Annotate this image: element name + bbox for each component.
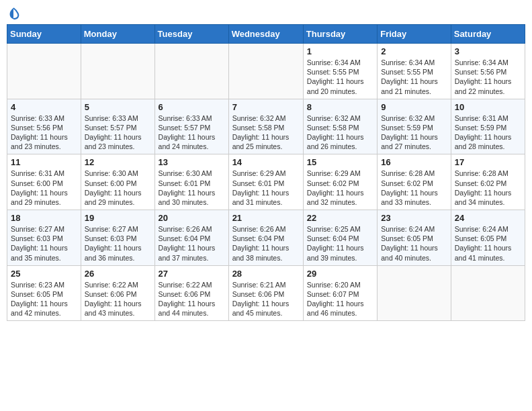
day-cell: 22Sunrise: 6:25 AM Sunset: 6:04 PM Dayli… [303,210,377,266]
day-cell: 12Sunrise: 6:30 AM Sunset: 6:00 PM Dayli… [81,154,154,210]
day-info: Sunrise: 6:20 AM Sunset: 6:07 PM Dayligh… [307,280,373,318]
day-number: 29 [307,269,373,279]
day-number: 18 [11,213,77,223]
day-number: 25 [11,269,77,279]
day-info: Sunrise: 6:28 AM Sunset: 6:02 PM Dayligh… [381,169,447,207]
day-number: 27 [159,269,225,279]
day-header-saturday: Saturday [451,25,525,44]
day-number: 7 [232,102,300,112]
day-info: Sunrise: 6:22 AM Sunset: 6:06 PM Dayligh… [159,280,225,318]
day-info: Sunrise: 6:27 AM Sunset: 6:03 PM Dayligh… [11,224,77,263]
day-number: 13 [159,157,225,167]
day-header-friday: Friday [378,25,451,44]
day-cell: 24Sunrise: 6:24 AM Sunset: 6:05 PM Dayli… [451,210,525,266]
day-info: Sunrise: 6:32 AM Sunset: 5:58 PM Dayligh… [232,113,300,152]
week-row-2: 11Sunrise: 6:31 AM Sunset: 6:00 PM Dayli… [7,154,525,210]
day-header-monday: Monday [81,25,154,44]
day-cell: 16Sunrise: 6:28 AM Sunset: 6:02 PM Dayli… [378,154,451,210]
day-cell: 23Sunrise: 6:24 AM Sunset: 6:05 PM Dayli… [378,210,451,266]
day-info: Sunrise: 6:23 AM Sunset: 6:05 PM Dayligh… [11,280,77,318]
day-number: 24 [455,213,521,223]
day-cell: 2Sunrise: 6:34 AM Sunset: 5:55 PM Daylig… [378,44,451,99]
week-row-3: 18Sunrise: 6:27 AM Sunset: 6:03 PM Dayli… [7,210,525,266]
calendar: SundayMondayTuesdayWednesdayThursdayFrid… [7,24,525,321]
day-info: Sunrise: 6:30 AM Sunset: 6:00 PM Dayligh… [85,169,151,207]
day-info: Sunrise: 6:30 AM Sunset: 6:01 PM Dayligh… [159,169,225,207]
day-info: Sunrise: 6:26 AM Sunset: 6:04 PM Dayligh… [232,224,300,263]
day-number: 11 [11,157,77,167]
day-cell: 3Sunrise: 6:34 AM Sunset: 5:56 PM Daylig… [451,44,525,99]
day-cell: 5Sunrise: 6:33 AM Sunset: 5:57 PM Daylig… [81,99,154,154]
day-info: Sunrise: 6:22 AM Sunset: 6:06 PM Dayligh… [85,280,151,318]
day-number: 8 [307,102,373,112]
day-number: 1 [307,46,373,56]
day-info: Sunrise: 6:24 AM Sunset: 6:05 PM Dayligh… [381,224,447,263]
day-info: Sunrise: 6:24 AM Sunset: 6:05 PM Dayligh… [455,224,521,263]
day-cell: 11Sunrise: 6:31 AM Sunset: 6:00 PM Dayli… [7,154,81,210]
day-info: Sunrise: 6:25 AM Sunset: 6:04 PM Dayligh… [307,224,373,263]
day-number: 15 [307,157,373,167]
day-cell: 26Sunrise: 6:22 AM Sunset: 6:06 PM Dayli… [81,265,154,321]
day-number: 22 [307,213,373,223]
day-cell: 13Sunrise: 6:30 AM Sunset: 6:01 PM Dayli… [154,154,228,210]
day-number: 10 [455,102,521,112]
day-header-tuesday: Tuesday [154,25,228,44]
day-cell: 17Sunrise: 6:28 AM Sunset: 6:02 PM Dayli… [451,154,525,210]
day-cell: 29Sunrise: 6:20 AM Sunset: 6:07 PM Dayli… [303,265,377,321]
day-info: Sunrise: 6:29 AM Sunset: 6:01 PM Dayligh… [232,169,300,207]
day-number: 2 [381,46,447,56]
day-info: Sunrise: 6:33 AM Sunset: 5:57 PM Dayligh… [159,113,225,152]
day-cell: 1Sunrise: 6:34 AM Sunset: 5:55 PM Daylig… [303,44,377,99]
day-header-thursday: Thursday [303,25,377,44]
day-cell: 19Sunrise: 6:27 AM Sunset: 6:03 PM Dayli… [81,210,154,266]
day-info: Sunrise: 6:31 AM Sunset: 5:59 PM Dayligh… [455,113,521,152]
day-info: Sunrise: 6:29 AM Sunset: 6:02 PM Dayligh… [307,169,373,207]
day-number: 6 [159,102,225,112]
day-number: 20 [159,213,225,223]
day-info: Sunrise: 6:33 AM Sunset: 5:56 PM Dayligh… [11,113,77,152]
day-header-wednesday: Wednesday [228,25,303,44]
day-cell: 9Sunrise: 6:32 AM Sunset: 5:59 PM Daylig… [378,99,451,154]
day-cell [154,44,228,99]
day-cell: 28Sunrise: 6:21 AM Sunset: 6:06 PM Dayli… [228,265,303,321]
day-info: Sunrise: 6:26 AM Sunset: 6:04 PM Dayligh… [159,224,225,263]
logo-icon [7,7,20,20]
day-cell [81,44,154,99]
day-number: 28 [232,269,300,279]
day-cell: 14Sunrise: 6:29 AM Sunset: 6:01 PM Dayli… [228,154,303,210]
day-cell: 20Sunrise: 6:26 AM Sunset: 6:04 PM Dayli… [154,210,228,266]
week-row-1: 4Sunrise: 6:33 AM Sunset: 5:56 PM Daylig… [7,99,525,154]
day-cell [7,44,81,99]
day-cell: 10Sunrise: 6:31 AM Sunset: 5:59 PM Dayli… [451,99,525,154]
day-info: Sunrise: 6:32 AM Sunset: 5:58 PM Dayligh… [307,113,373,152]
week-row-0: 1Sunrise: 6:34 AM Sunset: 5:55 PM Daylig… [7,44,525,99]
day-cell: 25Sunrise: 6:23 AM Sunset: 6:05 PM Dayli… [7,265,81,321]
day-number: 26 [85,269,151,279]
day-number: 3 [455,46,521,56]
day-number: 19 [85,213,151,223]
logo [7,7,23,20]
day-number: 17 [455,157,521,167]
day-cell: 18Sunrise: 6:27 AM Sunset: 6:03 PM Dayli… [7,210,81,266]
day-number: 23 [381,213,447,223]
day-cell: 7Sunrise: 6:32 AM Sunset: 5:58 PM Daylig… [228,99,303,154]
day-header-sunday: Sunday [7,25,81,44]
day-info: Sunrise: 6:34 AM Sunset: 5:55 PM Dayligh… [307,58,373,96]
day-info: Sunrise: 6:34 AM Sunset: 5:55 PM Dayligh… [381,58,447,96]
day-info: Sunrise: 6:28 AM Sunset: 6:02 PM Dayligh… [455,169,521,207]
day-number: 14 [232,157,300,167]
day-info: Sunrise: 6:27 AM Sunset: 6:03 PM Dayligh… [85,224,151,263]
day-cell [451,265,525,321]
day-cell: 21Sunrise: 6:26 AM Sunset: 6:04 PM Dayli… [228,210,303,266]
day-number: 12 [85,157,151,167]
day-info: Sunrise: 6:32 AM Sunset: 5:59 PM Dayligh… [381,113,447,152]
day-cell: 15Sunrise: 6:29 AM Sunset: 6:02 PM Dayli… [303,154,377,210]
day-cell [378,265,451,321]
day-info: Sunrise: 6:31 AM Sunset: 6:00 PM Dayligh… [11,169,77,207]
day-info: Sunrise: 6:34 AM Sunset: 5:56 PM Dayligh… [455,58,521,96]
day-number: 9 [381,102,447,112]
day-cell: 27Sunrise: 6:22 AM Sunset: 6:06 PM Dayli… [154,265,228,321]
day-number: 21 [232,213,300,223]
day-cell [228,44,303,99]
header [7,7,525,20]
